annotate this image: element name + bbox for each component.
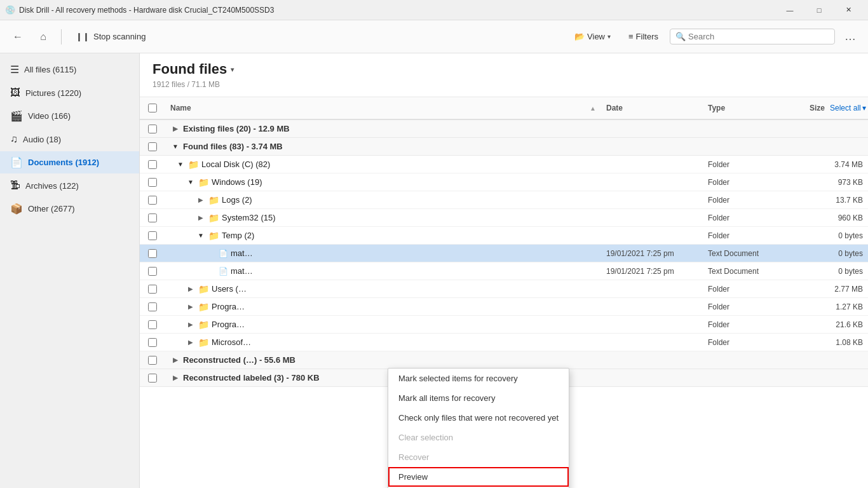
context-menu-check-not-recovered[interactable]: Check only files that were not recovered… [388, 408, 569, 428]
more-button[interactable]: … [840, 27, 860, 47]
row-checkbox[interactable] [148, 267, 157, 276]
main-layout: ☰ All files (6115) 🖼 Pictures (1220) 🎬 V… [0, 53, 868, 488]
row-checkbox[interactable] [148, 231, 157, 240]
expand-arrow-icon[interactable]: ▼ [175, 159, 186, 170]
table-row[interactable]: ▼ 📁 Temp (2) Folder 0 bytes [140, 227, 868, 245]
sidebar-item-all-files[interactable]: ☰ All files (6115) [0, 58, 139, 81]
file-list: ▶ Existing files (20) - 12.9 MB ▼ Found … [140, 120, 868, 488]
row-name-label: Microsof… [212, 337, 251, 347]
text-file-icon: 📄 [219, 249, 228, 258]
sidebar-item-other[interactable]: 📦 Other (2677) [0, 198, 139, 220]
row-checkbox[interactable] [148, 249, 157, 258]
sidebar-item-archives[interactable]: 🗜 Archives (122) [0, 175, 139, 196]
expand-arrow-icon[interactable]: ▶ [186, 337, 196, 348]
row-checkbox[interactable] [148, 160, 157, 169]
archives-icon: 🗜 [10, 180, 20, 191]
table-row[interactable]: ▶ 📁 Microsof… Folder 1.08 KB [140, 334, 868, 351]
header-name-cell: Name ▲ [165, 97, 601, 119]
view-icon: 📂 [574, 32, 585, 41]
context-menu-clear-selection: Clear selection [388, 428, 569, 447]
expand-arrow-icon[interactable]: ▶ [170, 124, 180, 134]
table-row[interactable]: 📄 mat… 19/01/2021 7:25 pm Text Document … [140, 262, 868, 280]
row-checkbox[interactable] [148, 285, 157, 294]
select-all-button[interactable]: Select all ▾ [825, 101, 868, 115]
expand-arrow-icon[interactable]: ▶ [196, 195, 206, 205]
table-row[interactable]: 📄 mat… 19/01/2021 7:25 pm Text Document … [140, 245, 868, 262]
search-icon: 🔍 [675, 32, 686, 41]
folder-icon: 📁 [188, 159, 199, 170]
folder-icon: 📁 [198, 337, 209, 348]
table-row[interactable]: ▶ 📁 Users (… Folder 2.77 MB [140, 280, 868, 298]
row-name-label: Logs (2) [222, 195, 252, 205]
maximize-button[interactable]: □ [804, 0, 834, 20]
header-checkbox-cell [140, 97, 165, 119]
context-menu-mark-selected[interactable]: Mark selected items for recovery [388, 369, 569, 388]
view-button[interactable]: 📂 View ▾ [568, 28, 617, 45]
documents-icon: 📄 [10, 156, 23, 168]
row-checkbox[interactable] [148, 302, 157, 311]
back-button[interactable]: ← [8, 27, 28, 47]
chevron-down-icon: ▾ [607, 33, 611, 40]
expand-arrow-icon[interactable]: ▶ [186, 302, 196, 312]
sidebar-item-documents[interactable]: 📄 Documents (1912) [0, 151, 139, 173]
table-row[interactable]: ▶ 📁 Progra… Folder 21.6 KB [140, 316, 868, 334]
collapse-icon[interactable]: ▲ [590, 105, 596, 112]
expand-arrow-icon[interactable]: ▶ [186, 284, 196, 294]
row-size-label: 3.74 MB [804, 158, 868, 172]
folder-icon: 📁 [198, 177, 209, 187]
row-checkbox[interactable] [148, 178, 157, 187]
expand-arrow-icon[interactable]: ▶ [186, 320, 196, 330]
expand-arrow-icon[interactable]: ▼ [196, 231, 206, 241]
found-files-chevron-icon: ▾ [231, 66, 234, 73]
folder-icon: 📁 [198, 320, 209, 330]
sidebar-item-video[interactable]: 🎬 Video (166) [0, 105, 139, 127]
sidebar-item-pictures-label: Pictures (1220) [25, 88, 81, 98]
expand-arrow-icon[interactable]: ▶ [170, 373, 180, 383]
table-row[interactable]: ▶ 📁 Logs (2) Folder 13.7 KB [140, 191, 868, 209]
search-input[interactable] [688, 32, 829, 41]
row-type-label: Folder [703, 282, 804, 296]
row-date-label: 19/01/2021 7:25 pm [601, 247, 703, 261]
row-checkbox[interactable] [148, 356, 157, 365]
row-checkbox[interactable] [148, 125, 157, 133]
table-row[interactable]: ▶ 📁 Progra… Folder 1.27 KB [140, 298, 868, 316]
row-checkbox[interactable] [148, 338, 157, 347]
row-size-label: 1.27 KB [804, 300, 868, 314]
minimize-button[interactable]: — [775, 0, 804, 20]
row-checkbox[interactable] [148, 320, 157, 329]
context-menu-mark-all[interactable]: Mark all items for recovery [388, 388, 569, 408]
filters-button[interactable]: ≡ Filters [622, 28, 665, 45]
expand-arrow-icon[interactable]: ▶ [196, 213, 206, 223]
row-size-label: 0 bytes [804, 229, 868, 243]
table-row[interactable]: ▶ Existing files (20) - 12.9 MB [140, 120, 868, 138]
audio-icon: ♫ [10, 133, 18, 145]
expand-arrow-icon[interactable]: ▼ [186, 177, 196, 187]
row-type-label: Folder [703, 193, 804, 207]
row-date-label: 19/01/2021 7:25 pm [601, 264, 703, 278]
table-row[interactable]: ▼ 📁 Windows (19) Folder 973 KB [140, 173, 868, 191]
row-checkbox[interactable] [148, 196, 157, 205]
table-row[interactable]: ▶ 📁 System32 (15) Folder 960 KB [140, 209, 868, 227]
stop-scanning-button[interactable]: ❙❙ Stop scanning [69, 28, 152, 45]
row-checkbox[interactable] [148, 214, 157, 222]
row-checkbox[interactable] [148, 374, 157, 383]
date-column-header: Date [606, 104, 623, 112]
stop-scanning-label: Stop scanning [93, 32, 146, 41]
home-button[interactable]: ⌂ [33, 27, 53, 47]
table-row[interactable]: ▼ 📁 Local Disk (C) (82) Folder 3.74 MB [140, 156, 868, 173]
context-menu-preview[interactable]: Preview [388, 467, 569, 487]
close-button[interactable]: ✕ [834, 0, 863, 20]
row-type-label: Text Document [703, 264, 804, 278]
context-menu-recover: Recover [388, 447, 569, 467]
row-type-label: Text Document [703, 247, 804, 261]
row-checkbox[interactable] [148, 142, 157, 151]
sidebar-item-audio[interactable]: ♫ Audio (18) [0, 128, 139, 150]
table-row[interactable]: ▼ Found files (83) - 3.74 MB [140, 138, 868, 156]
expand-arrow-icon[interactable]: ▶ [170, 355, 180, 365]
sidebar-item-pictures[interactable]: 🖼 Pictures (1220) [0, 82, 139, 104]
toolbar-separator [61, 29, 62, 44]
expand-arrow-icon[interactable]: ▼ [170, 142, 180, 152]
row-name-label: Local Disk (C) (82) [201, 159, 270, 169]
table-row[interactable]: ▶ Reconstructed (…) - 55.6 MB [140, 351, 868, 369]
select-all-checkbox[interactable] [148, 104, 157, 112]
